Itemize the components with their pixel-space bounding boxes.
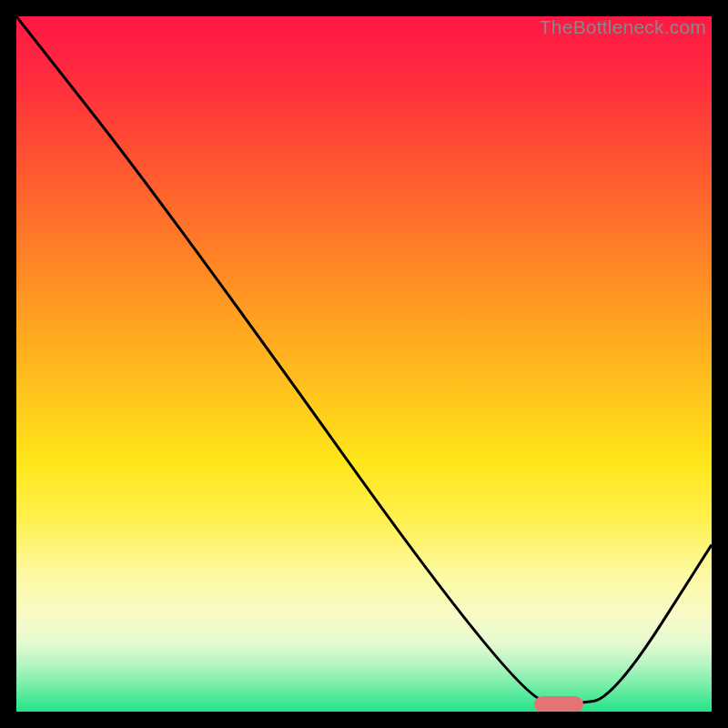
- watermark-text: TheBottleneck.com: [540, 16, 706, 38]
- plot-area: TheBottleneck.com: [16, 16, 712, 712]
- bottleneck-curve: [16, 16, 712, 712]
- chart-frame: TheBottleneck.com: [0, 0, 728, 728]
- optimal-range-marker: [534, 696, 583, 712]
